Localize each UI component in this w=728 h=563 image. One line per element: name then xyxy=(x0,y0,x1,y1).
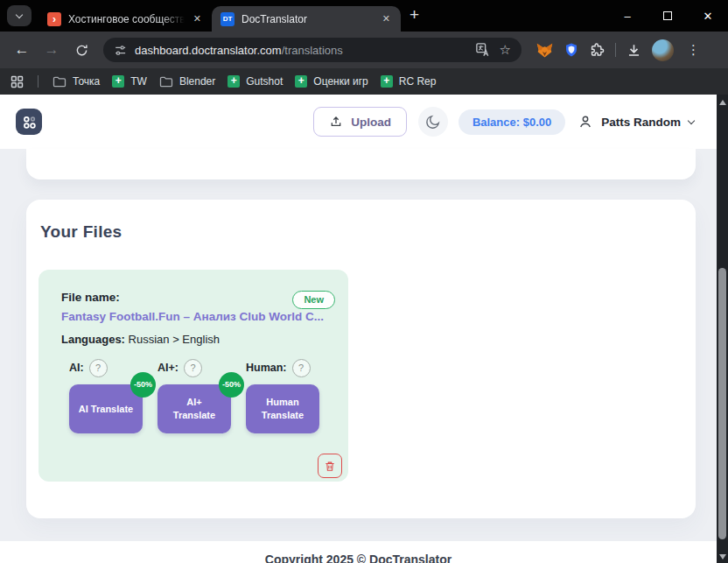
app-header: Upload Balance: $0.00 Patts Random xyxy=(0,95,717,149)
close-tab-icon[interactable]: ✕ xyxy=(192,11,203,26)
chevron-down-icon xyxy=(16,11,23,18)
new-tab-button[interactable]: + xyxy=(410,6,419,23)
previous-section-card xyxy=(26,149,696,179)
copyright-text: Copyright 2025 © DocTranslator xyxy=(0,552,717,563)
download-icon[interactable] xyxy=(626,42,642,59)
upload-button[interactable]: Upload xyxy=(313,107,407,137)
trash-icon xyxy=(324,460,336,473)
discount-badge: -50% xyxy=(130,372,156,398)
ai-translate-button[interactable]: AI Translate -50% xyxy=(69,384,143,433)
option-ai: AI: ? AI Translate -50% xyxy=(69,358,143,433)
bookmark-star-icon[interactable]: ☆ xyxy=(500,42,511,58)
sheet-icon: + xyxy=(228,75,240,88)
bookmark-tw[interactable]: + TW xyxy=(112,75,147,88)
scrollbar[interactable] xyxy=(717,95,728,563)
delete-file-button[interactable] xyxy=(318,454,342,478)
scroll-up-arrow-icon[interactable] xyxy=(719,100,726,105)
shield-extension-icon[interactable] xyxy=(564,42,579,58)
scroll-down-arrow-icon[interactable] xyxy=(719,554,726,559)
help-icon[interactable]: ? xyxy=(184,359,202,377)
bookmark-gutshot[interactable]: + Gutshot xyxy=(228,75,283,88)
extensions-icon[interactable] xyxy=(589,42,606,59)
browser-window: › Хостинговое сообщество «Tim ✕ DT DocTr… xyxy=(0,0,728,563)
dark-mode-toggle[interactable] xyxy=(418,107,448,137)
option-label: AI+: xyxy=(158,362,178,374)
tab-timeweb[interactable]: › Хостинговое сообщество «Tim ✕ xyxy=(38,6,212,32)
button-label: Human Translate xyxy=(262,397,304,420)
bookmark-blender[interactable]: Blender xyxy=(159,75,215,88)
option-ai-plus: AI+: ? AI+ Translate -50% xyxy=(158,358,231,433)
file-name-label: File name: xyxy=(61,291,326,304)
tab-title: Хостинговое сообщество «Tim xyxy=(68,13,185,25)
user-name: Patts Random xyxy=(601,116,681,129)
url-path: /translations xyxy=(282,44,343,57)
reload-icon xyxy=(74,43,89,58)
tab-search-button[interactable] xyxy=(7,5,32,26)
file-title[interactable]: Fantasy Football.Fun – Анализ Club World… xyxy=(61,310,326,323)
forward-button[interactable]: → xyxy=(38,37,65,63)
help-icon[interactable]: ? xyxy=(292,359,311,377)
languages-label: Languages: xyxy=(61,333,125,346)
section-title: Your Files xyxy=(40,222,682,242)
bookmark-label: Точка xyxy=(73,75,100,88)
languages-line: Languages: Russian > English xyxy=(61,333,326,346)
button-label: AI+ Translate xyxy=(173,397,215,420)
scrollbar-thumb[interactable] xyxy=(718,268,726,539)
moon-icon xyxy=(424,114,441,130)
bookmark-label: Blender xyxy=(179,75,215,88)
page-footer: Copyright 2025 © DocTranslator xyxy=(0,541,717,563)
profile-avatar[interactable] xyxy=(652,39,674,61)
bookmark-rc-rep[interactable]: + RC Rep xyxy=(381,75,437,88)
option-label: Human: xyxy=(246,362,287,374)
tab-doctranslator[interactable]: DT DocTranslator ✕ xyxy=(212,6,401,32)
maximize-icon xyxy=(663,11,672,20)
folder-icon xyxy=(159,76,173,88)
sheet-icon: + xyxy=(381,75,393,88)
back-button[interactable]: ← xyxy=(9,37,35,63)
folder-icon xyxy=(52,76,66,88)
sheet-icon: + xyxy=(295,75,307,88)
metamask-icon[interactable] xyxy=(536,41,554,60)
browser-toolbar: ← → dashboard.doctranslator.com/translat… xyxy=(0,32,728,68)
doctranslator-favicon: DT xyxy=(220,12,234,26)
languages-value: Russian > English xyxy=(125,333,220,346)
menu-kebab-icon[interactable]: ⋮ xyxy=(683,42,704,58)
help-icon[interactable]: ? xyxy=(89,359,108,377)
dashboard-logo[interactable] xyxy=(16,109,42,135)
tab-strip: › Хостинговое сообщество «Tim ✕ DT DocTr… xyxy=(0,0,728,32)
maximize-button[interactable] xyxy=(648,0,688,32)
balance-badge[interactable]: Balance: $0.00 xyxy=(458,109,565,135)
person-icon xyxy=(578,114,593,130)
close-window-button[interactable]: ✕ xyxy=(688,0,728,32)
chevron-down-icon xyxy=(688,116,695,123)
user-menu[interactable]: Patts Random xyxy=(578,114,694,130)
option-label: AI: xyxy=(69,362,84,374)
your-files-card: Your Files New File name: Fantasy Footba… xyxy=(26,200,696,518)
apps-grid-icon[interactable] xyxy=(10,75,24,88)
minimize-button[interactable]: – xyxy=(607,0,648,32)
new-badge: New xyxy=(292,291,335,309)
bookmarks-bar: Точка + TW Blender + Gutshot + Оценки иг… xyxy=(0,68,728,95)
ai-plus-translate-button[interactable]: AI+ Translate -50% xyxy=(158,384,231,433)
bookmark-label: Оценки игр xyxy=(313,75,368,88)
translate-icon[interactable] xyxy=(475,42,491,58)
dashboard-grid-icon xyxy=(21,114,38,130)
address-bar[interactable]: dashboard.doctranslator.com/translations… xyxy=(103,38,522,62)
bookmark-ocenki-igr[interactable]: + Оценки игр xyxy=(295,75,368,88)
close-tab-icon[interactable]: ✕ xyxy=(381,11,392,26)
human-translate-button[interactable]: Human Translate xyxy=(246,384,319,433)
upload-icon xyxy=(329,115,343,129)
bookmark-label: Gutshot xyxy=(246,75,283,88)
extensions-area: ⋮ xyxy=(536,39,704,61)
site-info-icon[interactable] xyxy=(114,44,127,57)
bookmarks-separator xyxy=(38,75,38,88)
url-text[interactable]: dashboard.doctranslator.com/translations xyxy=(135,44,467,57)
upload-label: Upload xyxy=(351,116,391,129)
option-human: Human: ? Human Translate xyxy=(246,358,319,433)
tab-title: DocTranslator xyxy=(242,13,374,25)
reload-button[interactable] xyxy=(68,37,94,63)
url-host: dashboard.doctranslator.com xyxy=(135,44,282,57)
bookmark-tochka[interactable]: Точка xyxy=(52,75,100,88)
window-controls: – ✕ xyxy=(607,0,728,32)
bookmark-label: RC Rep xyxy=(399,75,437,88)
